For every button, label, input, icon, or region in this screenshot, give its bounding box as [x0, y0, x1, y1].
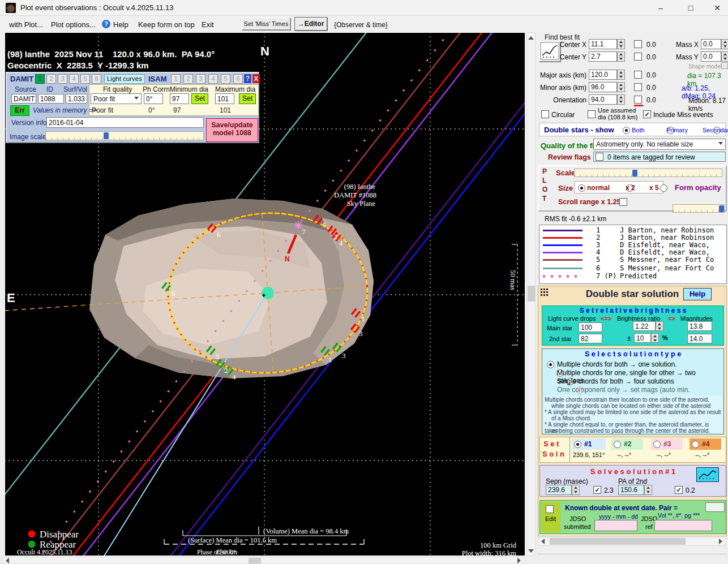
plot-vertical-scrollbar[interactable]: [526, 32, 536, 556]
editor-button[interactable]: →Editor: [294, 17, 327, 31]
major-axis-field[interactable]: 120.0: [589, 70, 617, 80]
second-star-mag-field[interactable]: 14.0: [687, 334, 712, 343]
ph-corr-field[interactable]: 0°: [144, 93, 163, 104]
damit-model-1-button[interactable]: 1: [35, 74, 45, 84]
center-x-spinner[interactable]: [617, 39, 625, 49]
menu-with-plot[interactable]: with Plot...: [9, 20, 43, 29]
source-field[interactable]: DAMIT: [11, 94, 36, 104]
panel-horizontal-scrollbar[interactable]: [538, 537, 726, 546]
spin-up-icon[interactable]: [722, 52, 728, 57]
help-icon[interactable]: ?: [102, 20, 110, 28]
orientation-spinner[interactable]: [617, 94, 625, 105]
isam-3-button[interactable]: 3: [196, 74, 205, 84]
set-miss-times-button[interactable]: Set 'Miss' Times: [242, 18, 290, 30]
spin-down-icon[interactable]: [645, 490, 652, 495]
spin-up-icon[interactable]: [652, 334, 658, 338]
soln-1-radio[interactable]: [574, 441, 581, 448]
second-star-drop-field[interactable]: 82: [579, 334, 602, 343]
err-button[interactable]: Err: [10, 105, 29, 116]
menu-exit[interactable]: Exit: [202, 20, 214, 29]
isam-5-button[interactable]: 5: [221, 74, 230, 84]
form-opacity-slider-thumb[interactable]: [719, 205, 724, 212]
tolerance-field[interactable]: 10: [634, 333, 651, 343]
scroll-right-icon[interactable]: [717, 537, 725, 545]
spin-up-icon[interactable]: [618, 95, 624, 100]
center-y-spinner[interactable]: [617, 51, 625, 62]
sepn-spinner[interactable]: [572, 485, 580, 495]
spin-up-icon[interactable]: [656, 322, 663, 326]
spin-down-icon[interactable]: [618, 75, 624, 80]
major-axis-spinner[interactable]: [617, 70, 625, 80]
main-star-drop-field[interactable]: 100: [579, 322, 602, 332]
min-dia-field[interactable]: 97: [170, 93, 189, 104]
horizontal-scroll-thumb[interactable]: [249, 558, 261, 563]
damit-close-button[interactable]: X: [252, 74, 260, 83]
isam-6-button[interactable]: 6: [233, 74, 243, 84]
spin-down-icon[interactable]: [618, 45, 624, 49]
scroll-right-icon[interactable]: [516, 557, 524, 563]
soln-2-radio[interactable]: [614, 441, 621, 448]
pa-unc-checkbox[interactable]: [675, 486, 683, 494]
major-axis-fix-checkbox[interactable]: [634, 71, 642, 79]
damit-model-2-button[interactable]: 2: [46, 74, 56, 84]
center-y-fix-checkbox[interactable]: [634, 53, 642, 61]
isam-2-button[interactable]: 2: [183, 74, 193, 84]
center-x-field[interactable]: 11.1: [589, 39, 617, 49]
form-opacity-slider[interactable]: [673, 204, 725, 213]
size-x5-radio[interactable]: [660, 184, 667, 192]
observer-list[interactable]: 1 J Barton, near Robinson 2 J Barton, ne…: [539, 225, 727, 284]
spin-down-icon[interactable]: [618, 57, 624, 62]
show-both-radio[interactable]: [623, 127, 630, 134]
set-min-dia-button[interactable]: Set: [191, 93, 208, 104]
image-scale-slider-thumb[interactable]: [104, 132, 109, 139]
spin-up-icon[interactable]: [722, 40, 728, 45]
fit-quality-dropdown[interactable]: Poor fit: [91, 93, 142, 104]
include-miss-checkbox[interactable]: [643, 110, 651, 118]
vertical-scroll-thumb[interactable]: [528, 286, 535, 302]
plot-horizontal-scrollbar[interactable]: [2, 557, 525, 564]
damit-help-button[interactable]: ?: [244, 74, 251, 83]
orientation-fix-checkbox[interactable]: [634, 96, 642, 104]
assumed-dia-checkbox[interactable]: [588, 110, 596, 118]
main-star-mag-field[interactable]: 13.8: [687, 321, 712, 331]
light-curves-button[interactable]: Light curves: [104, 74, 145, 84]
spin-down-icon[interactable]: [618, 100, 624, 105]
soln-3-radio[interactable]: [653, 441, 661, 448]
size-normal-radio[interactable]: [578, 184, 585, 192]
menu-keep-on-top[interactable]: Keep form on top: [138, 20, 195, 29]
dss-help-button[interactable]: Help: [683, 288, 712, 300]
spin-up-icon[interactable]: [618, 52, 624, 57]
minor-axis-fix-checkbox[interactable]: [634, 83, 642, 91]
isam-4-button[interactable]: 4: [208, 74, 218, 84]
set-max-dia-button[interactable]: Set: [239, 93, 256, 104]
spin-up-icon[interactable]: [618, 40, 624, 45]
menu-plot-options[interactable]: Plot options...: [51, 20, 96, 29]
circular-checkbox[interactable]: [541, 110, 549, 118]
save-update-model-button[interactable]: Save/update model 1088: [206, 118, 258, 142]
scale-slider-thumb[interactable]: [632, 170, 637, 176]
image-scale-slider[interactable]: [45, 131, 204, 140]
mass-x-spinner[interactable]: [721, 39, 728, 49]
jdso-submitted-field[interactable]: [594, 520, 637, 531]
menu-help[interactable]: Help: [113, 20, 129, 29]
sepn-unc-checkbox[interactable]: [593, 486, 601, 494]
center-y-field[interactable]: 2.7: [589, 51, 617, 62]
scroll-left-icon[interactable]: [3, 557, 11, 563]
scale-slider[interactable]: [574, 169, 722, 177]
jdso-ref-field[interactable]: [654, 520, 712, 531]
brightness-ratio-field[interactable]: 1.22: [633, 321, 656, 331]
minor-axis-field[interactable]: 96.0: [589, 82, 617, 92]
orientation-field[interactable]: 94.0: [589, 94, 617, 105]
isam-1-button[interactable]: 1: [171, 74, 181, 84]
tolerance-spinner[interactable]: [651, 333, 659, 343]
mass-y-field[interactable]: 0.0: [701, 51, 721, 62]
damit-model-5-button[interactable]: 5: [80, 74, 90, 84]
spin-down-icon[interactable]: [722, 57, 728, 62]
scroll-down-icon[interactable]: [527, 547, 535, 556]
minor-axis-spinner[interactable]: [617, 82, 625, 92]
damit-model-3-button[interactable]: 3: [58, 74, 67, 84]
spin-up-icon[interactable]: [618, 70, 624, 75]
maximize-button[interactable]: □: [681, 1, 700, 15]
solve-chart-button[interactable]: [696, 467, 719, 482]
max-dia-field[interactable]: 101: [215, 93, 234, 104]
